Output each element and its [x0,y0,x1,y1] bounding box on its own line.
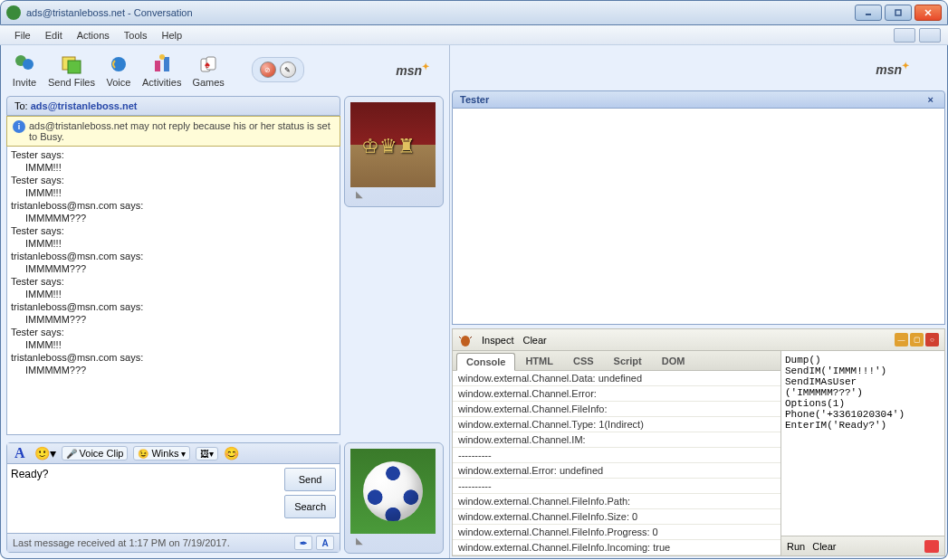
font-button[interactable]: A [11,445,29,461]
content: Invite Send Files Voice Activities ♠ Gam… [0,45,948,559]
window-title: ads@tristanleboss.net - Conversation [26,7,855,18]
console-output[interactable]: window.external.Channel.Data: undefined … [453,371,780,555]
aux-button-2[interactable] [919,28,941,43]
send-files-icon [59,52,84,77]
compose-actions: Send Search [281,464,340,533]
activity-panel-title: Tester × [452,90,945,109]
debugger-minimize-icon[interactable]: — [895,333,908,346]
toolbar-invite[interactable]: Invite [6,50,43,90]
msg-text: IMMMMM??? [11,313,336,326]
info-banner: i ads@tristanleboss.net may not reply be… [6,116,340,147]
menu-edit[interactable]: Edit [38,28,70,43]
tab-html[interactable]: HTML [515,352,563,370]
toolbar-send-files[interactable]: Send Files [43,50,101,90]
right-pane: msn Tester × Inspect Clear — ▢ ○ Con [449,45,947,558]
debugger-right: Dump() SendIM('IMMM!!!') SendIMAsUser ('… [781,351,944,555]
run-button[interactable]: Run [787,541,805,552]
handwriting-icon[interactable]: ✒ [294,536,312,550]
send-button[interactable]: Send [284,468,336,491]
tab-css[interactable]: CSS [563,352,604,370]
compose-box: A 🙂▾ 🎤Voice Clip 😉Winks▾ 🖼▾ 😊 Ready? Sen… [6,442,340,553]
msg-text: IMMMMM??? [11,364,336,376]
console-row: ---------- [453,448,780,463]
compose-footer: Last message received at 1:17 PM on 7/19… [7,533,340,552]
tab-script[interactable]: Script [604,352,652,370]
block-button[interactable]: ⊘ [260,62,276,78]
command-footer: Run Clear [781,536,944,555]
menubar: File Edit Actions Tools Help [0,25,948,45]
activity-close-icon[interactable]: × [924,94,937,105]
debugger-tabs: Console HTML CSS Script DOM [453,351,780,371]
compose-row: A 🙂▾ 🎤Voice Clip 😉Winks▾ 🖼▾ 😊 Ready? Sen… [3,439,447,556]
activity-title-text: Tester [460,94,489,105]
compose-input[interactable]: Ready? [7,464,281,533]
avatar-remote-image [350,102,436,187]
svg-line-17 [470,337,472,338]
console-row: window.external.Channel.FileInfo.Size: 0 [453,509,780,525]
msg-text: IMMMMM??? [11,212,336,224]
console-row: window.external.Channel.Error: [453,386,780,402]
menu-actions[interactable]: Actions [70,28,117,43]
info-text: ads@tristanleboss.net may not reply beca… [29,120,334,142]
svg-rect-1 [895,10,901,15]
debugger-close-icon[interactable]: ○ [925,333,939,346]
clear-cmd-button[interactable]: Clear [812,541,836,552]
to-row: To: ads@tristanleboss.net [6,96,340,116]
message-area[interactable]: Tester says: IMMM!!! Tester says: IMMM!!… [6,147,340,435]
menu-tools[interactable]: Tools [117,28,155,43]
tab-dom[interactable]: DOM [652,352,695,370]
msg-who: Tester says: [11,326,336,338]
status-text: Last message received at 1:17 PM on 7/19… [13,537,230,548]
debugger-detach-icon[interactable]: ▢ [910,333,924,346]
avatar-self-image [350,449,436,534]
winks-button[interactable]: 😉Winks▾ [133,446,190,460]
clear-button[interactable]: Clear [522,335,546,346]
to-email: ads@tristanleboss.net [31,100,138,111]
nudge-button[interactable]: 😊 [224,446,239,460]
conversation-row: To: ads@tristanleboss.net i ads@tristanl… [3,92,447,439]
firebug-icon [458,333,473,347]
svg-text:♠: ♠ [205,59,210,70]
emoticon-button[interactable]: 🙂▾ [34,446,56,460]
maximize-button[interactable] [885,5,912,21]
toolbar-voice[interactable]: Voice [101,50,137,90]
voice-clip-button[interactable]: 🎤Voice Clip [62,446,129,460]
error-indicator-icon[interactable] [924,540,939,553]
console-row: window.external.Channel.Type: 1(Indirect… [453,417,780,432]
console-row: window.external.Channel.FileInfo.Path: [453,494,780,509]
msg-text: IMMM!!! [11,237,336,250]
avatar-column: ◣ [344,96,444,435]
console-row: window.external.Channel.FileInfo.Incomin… [453,540,780,555]
msg-text: IMMM!!! [11,186,336,199]
console-row: window.external.Channel.Data: undefined [453,371,780,386]
color-button[interactable]: ✎ [280,62,296,78]
tab-console[interactable]: Console [456,353,515,371]
svg-point-15 [461,336,470,346]
menu-help[interactable]: Help [154,28,189,43]
toolbar-games[interactable]: ♠ Games [187,50,229,90]
close-button[interactable] [914,5,942,21]
text-mode-icon[interactable]: A [316,536,334,550]
backgrounds-button[interactable]: 🖼▾ [196,447,218,460]
msg-who: Tester says: [11,174,336,186]
search-button[interactable]: Search [284,495,336,518]
aux-button-1[interactable] [894,28,915,43]
invite-icon [12,52,37,77]
minimize-button[interactable] [855,5,882,21]
avatar-column-self: ◣ [344,442,444,553]
activity-canvas [452,109,945,325]
avatar-self-dropdown-icon[interactable]: ◣ [350,534,437,547]
msg-who: Tester says: [11,275,336,288]
avatar-dropdown-icon[interactable]: ◣ [350,187,437,201]
avatar-frame-remote: ◣ [344,96,444,207]
command-input[interactable]: Dump() SendIM('IMMM!!!') SendIMAsUser ('… [781,351,944,536]
voice-icon [106,52,131,77]
menu-file[interactable]: File [7,28,38,43]
msg-text: IMMM!!! [11,288,336,300]
games-icon: ♠ [196,52,221,77]
msg-text: IMMM!!! [11,338,336,351]
msg-text: IMMMMM??? [11,262,336,275]
toolbar-activities[interactable]: Activities [137,50,187,90]
inspect-button[interactable]: Inspect [482,335,513,346]
toolbar: Invite Send Files Voice Activities ♠ Gam… [3,47,447,92]
